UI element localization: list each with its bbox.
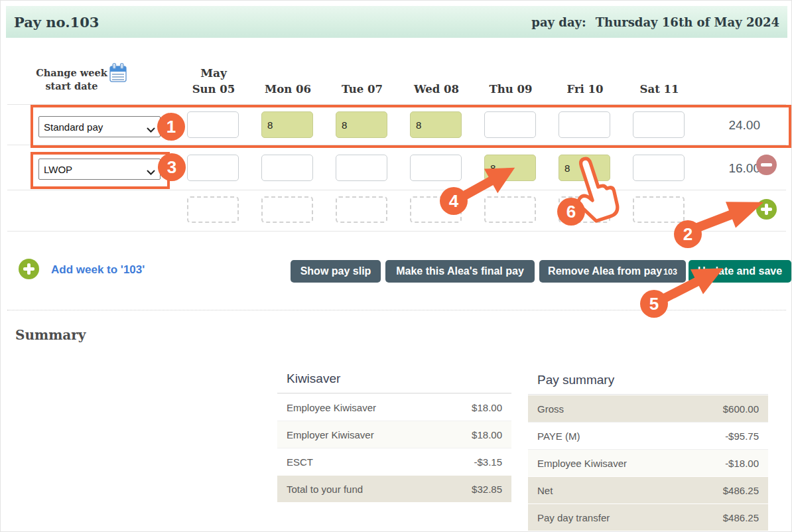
divider: [7, 190, 786, 190]
hours-input-row3-fri[interactable]: [559, 196, 610, 223]
hours-input-row1-fri[interactable]: [559, 111, 610, 138]
row1-total: 24.00: [694, 118, 760, 133]
hours-input-row2-mon[interactable]: [261, 155, 313, 181]
pay-type-select-row1[interactable]: Standard pay: [38, 116, 161, 137]
remove-from-pay-button[interactable]: Remove Alea from pay103: [539, 260, 686, 283]
hours-input-row3-thu[interactable]: [484, 196, 536, 223]
row2-total: 16.00: [694, 161, 760, 176]
table-row: Pay day transfer $486.25: [528, 503, 768, 531]
pay-type-select-row2-wrap: LWOP: [38, 159, 161, 180]
hours-input-row3-tue[interactable]: [336, 196, 387, 223]
day-header-mon: Mon 06: [261, 83, 314, 96]
pay-summary-title: Pay summary: [528, 367, 768, 395]
hours-input-row2-tue[interactable]: [336, 155, 387, 181]
dotted-divider: [7, 310, 786, 310]
month-label: May: [187, 66, 240, 80]
day-header-fri: Fri 10: [559, 83, 612, 96]
annotation-badge-2: 2: [674, 220, 702, 248]
hours-input-row1-sun[interactable]: [187, 111, 239, 138]
day-header-thu: Thu 09: [484, 83, 537, 96]
divider: [7, 104, 786, 105]
table-row: PAYE (M) -$95.75: [528, 422, 768, 449]
kiwisaver-title: Kiwisaver: [277, 366, 511, 393]
table-row: Net $486.25: [528, 476, 768, 503]
hours-input-row3-wed[interactable]: [410, 196, 462, 223]
kiwisaver-table: Kiwisaver Employee Kiwisaver $18.00 Empl…: [277, 366, 511, 502]
divider: [7, 145, 786, 145]
minus-icon: [761, 163, 772, 166]
annotation-badge-5: 5: [640, 290, 668, 318]
show-pay-slip-button[interactable]: Show pay slip: [291, 260, 381, 283]
hours-input-row1-mon[interactable]: [261, 111, 313, 138]
hours-input-row3-mon[interactable]: [261, 196, 313, 223]
pay-day: pay day: Thursday 16th of May 2024: [531, 15, 779, 29]
day-header-sun: Sun 05: [187, 83, 240, 96]
hours-input-row1-wed[interactable]: [410, 111, 462, 138]
hours-input-row1-tue[interactable]: [336, 111, 387, 138]
annotation-badge-1: 1: [157, 113, 185, 141]
hours-input-row2-thu[interactable]: [484, 155, 536, 181]
annotation-arrow-to-add-row: [685, 188, 769, 243]
table-row: Gross $600.00: [528, 395, 768, 422]
pay-type-select-row2[interactable]: LWOP: [38, 159, 161, 180]
calendar-icon[interactable]: [108, 62, 128, 84]
day-header-sat: Sat 11: [633, 83, 686, 96]
change-week-start-date-label: Change week start date: [33, 66, 111, 92]
update-and-save-button[interactable]: Update and save: [689, 260, 791, 283]
hours-input-row1-sat[interactable]: [633, 111, 685, 138]
pay-summary-table: Pay summary Gross $600.00 PAYE (M) -$95.…: [528, 367, 768, 531]
pay-day-label: pay day:: [531, 15, 586, 29]
add-row-button[interactable]: [756, 199, 777, 220]
hours-input-row3-sat[interactable]: [633, 196, 685, 223]
table-row: Employee Kiwisaver $18.00: [277, 393, 511, 421]
hours-input-row2-fri[interactable]: [559, 155, 610, 181]
hours-input-row2-sat[interactable]: [633, 155, 685, 181]
add-week-link[interactable]: Add week to '103': [51, 263, 145, 277]
pay-header-bar: Pay no.103 pay day: Thursday 16th of May…: [6, 6, 787, 38]
table-row: ESCT -$3.15: [277, 448, 511, 475]
remove-row-button[interactable]: [756, 155, 777, 175]
hours-input-row2-wed[interactable]: [410, 155, 462, 181]
add-week-button[interactable]: [19, 259, 39, 279]
divider: [7, 231, 786, 232]
table-row: Employer Kiwisaver $18.00: [277, 421, 511, 448]
pay-type-select-row1-wrap: Standard pay: [38, 116, 161, 137]
table-row: Employee Kiwisaver -$18.00: [528, 449, 768, 476]
final-pay-button[interactable]: Make this Alea's final pay: [385, 260, 535, 283]
page-title: Pay no.103: [14, 14, 99, 31]
summary-heading: Summary: [15, 327, 86, 343]
table-row-total: Total to your fund $32.85: [277, 475, 511, 502]
hours-input-row1-thu[interactable]: [484, 111, 536, 138]
day-header-tue: Tue 07: [336, 83, 389, 96]
annotation-badge-3: 3: [158, 153, 186, 181]
hours-input-row2-sun[interactable]: [187, 155, 239, 181]
hours-input-row3-sun[interactable]: [187, 196, 239, 223]
day-header-wed: Wed 08: [410, 83, 463, 96]
pay-day-value: Thursday 16th of May 2024: [596, 15, 779, 29]
